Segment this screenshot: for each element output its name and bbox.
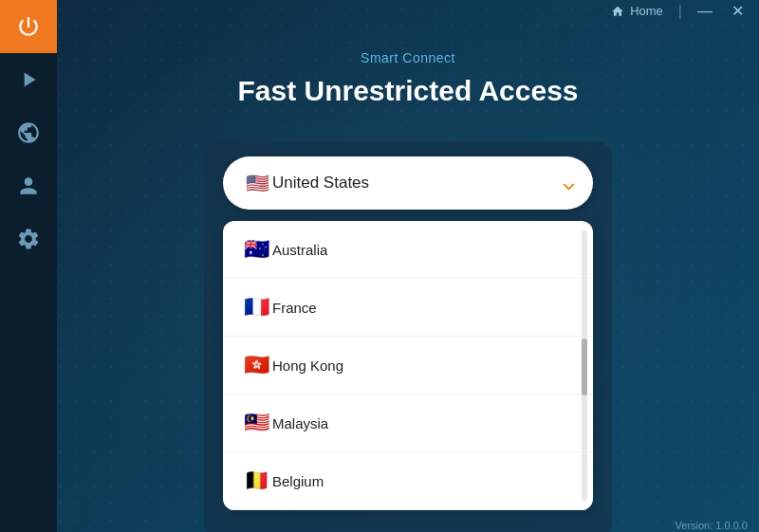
country-name-france: France xyxy=(272,300,317,316)
flag-malaysia: 🇲🇾 xyxy=(240,407,272,439)
close-button[interactable]: ✕ xyxy=(724,2,751,21)
scroll-track xyxy=(582,230,587,501)
sidebar-item-account[interactable] xyxy=(0,159,57,212)
sidebar-item-servers[interactable] xyxy=(0,106,57,159)
title-bar: Home | — ✕ xyxy=(57,0,759,22)
country-name-malaysia: Malaysia xyxy=(272,415,328,431)
main-content: Home | — ✕ Smart Connect Fast Unrestrict… xyxy=(57,0,759,532)
flag-belgium: 🇧🇪 xyxy=(240,465,272,497)
home-label: Home xyxy=(630,4,663,18)
flag-france: 🇫🇷 xyxy=(240,291,272,323)
flag-australia: 🇦🇺 xyxy=(240,233,272,266)
dropdown-container: 🇺🇸 United States ⌵ 🇦🇺 Australia 🇫🇷 Franc… xyxy=(204,141,612,532)
list-item[interactable]: 🇲🇾 Malaysia xyxy=(223,394,593,452)
list-item[interactable]: 🇧🇪 Belgium xyxy=(223,452,593,510)
country-name-belgium: Belgium xyxy=(272,473,324,489)
main-title: Fast Unrestricted Access xyxy=(237,75,578,107)
sidebar-item-connect[interactable] xyxy=(0,53,57,106)
caret-up-icon xyxy=(398,221,417,223)
app-window: Home | — ✕ Smart Connect Fast Unrestrict… xyxy=(0,0,759,532)
chevron-down-icon: ⌵ xyxy=(563,172,574,194)
minimize-button[interactable]: — xyxy=(690,2,720,21)
flag-hong-kong: 🇭🇰 xyxy=(240,349,272,381)
selected-country-name: United States xyxy=(272,174,563,193)
country-list: 🇦🇺 Australia 🇫🇷 France 🇭🇰 Hong Kong 🇲🇾 xyxy=(223,221,593,510)
list-item[interactable]: 🇭🇰 Hong Kong xyxy=(223,337,593,394)
country-name-hong-kong: Hong Kong xyxy=(272,358,343,374)
home-button[interactable]: Home xyxy=(603,0,671,22)
content-area: Smart Connect Fast Unrestricted Access 🇺… xyxy=(57,22,759,532)
subtitle: Smart Connect xyxy=(361,50,455,65)
version-label: Version: 1.0.0.0 xyxy=(676,520,748,531)
country-selector[interactable]: 🇺🇸 United States ⌵ xyxy=(223,156,593,210)
country-name-australia: Australia xyxy=(272,242,327,258)
sidebar xyxy=(0,0,57,532)
selected-flag: 🇺🇸 xyxy=(242,168,272,198)
power-button[interactable] xyxy=(0,0,57,53)
sidebar-item-settings[interactable] xyxy=(0,212,57,266)
title-bar-actions: Home | — ✕ xyxy=(603,0,751,22)
list-item[interactable]: 🇦🇺 Australia xyxy=(223,221,593,279)
list-item[interactable]: 🇫🇷 France xyxy=(223,279,593,337)
title-divider: | xyxy=(678,3,682,20)
scroll-thumb[interactable] xyxy=(582,339,587,395)
